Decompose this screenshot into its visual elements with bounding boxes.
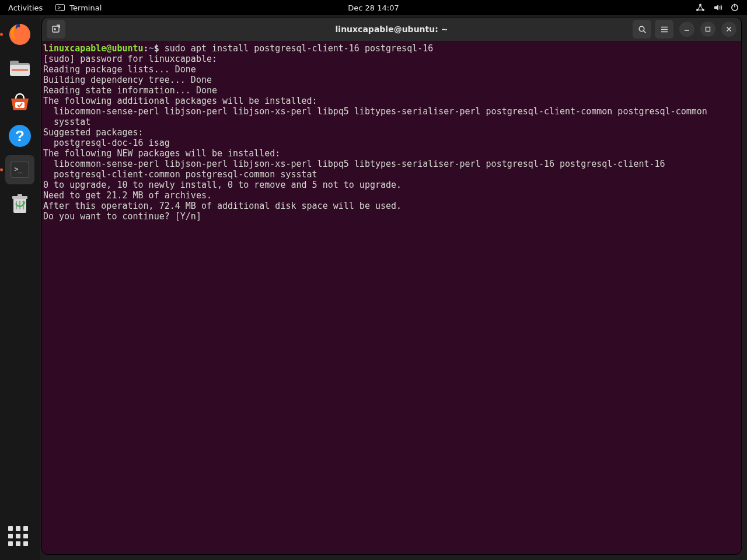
terminal-output[interactable]: linuxcapable@ubuntu:~$ sudo apt install …	[42, 41, 741, 554]
svg-point-19	[639, 26, 644, 31]
prompt-user: linuxcapable@ubuntu	[43, 43, 144, 54]
dock-app-trash[interactable]	[5, 189, 34, 218]
output-lines: [sudo] password for linuxcapable: Readin…	[43, 54, 707, 222]
window-titlebar: linuxcapable@ubuntu: ~	[42, 18, 741, 41]
show-applications-button[interactable]	[8, 526, 32, 550]
activities-button[interactable]: Activities	[8, 4, 43, 12]
dock-app-software[interactable]	[5, 88, 34, 117]
terminal-icon: >_	[55, 4, 65, 11]
terminal-window: linuxcapable@ubuntu: ~ linuxcapable@ubun…	[42, 18, 741, 554]
network-icon[interactable]	[696, 4, 705, 12]
dock-app-terminal[interactable]: >_	[5, 155, 34, 184]
new-tab-button[interactable]	[47, 20, 65, 38]
command-text: sudo apt install postgresql-client-16 po…	[165, 43, 434, 54]
svg-rect-7	[10, 61, 19, 65]
gnome-top-bar: Activities >_ Terminal Dec 28 14:07	[0, 0, 747, 15]
maximize-button[interactable]	[700, 22, 715, 37]
prompt-path: ~	[149, 43, 154, 54]
app-menu[interactable]: >_ Terminal	[55, 4, 102, 12]
svg-rect-4	[734, 4, 735, 8]
search-button[interactable]	[633, 20, 651, 38]
dock-app-files[interactable]	[5, 54, 34, 83]
clock[interactable]: Dec 28 14:07	[348, 4, 399, 12]
svg-rect-20	[706, 27, 710, 32]
prompt-separator: :	[144, 43, 149, 54]
svg-rect-17	[18, 194, 22, 197]
power-icon[interactable]	[731, 4, 739, 12]
hamburger-menu-button[interactable]	[655, 20, 673, 38]
app-menu-label: Terminal	[69, 4, 102, 12]
dock-app-help[interactable]: ?	[5, 121, 34, 150]
ubuntu-dock: ? >_	[0, 15, 40, 560]
close-button[interactable]	[721, 22, 736, 37]
svg-text:>_: >_	[14, 165, 22, 173]
svg-text:?: ?	[15, 127, 25, 145]
prompt-dollar: $	[154, 43, 165, 54]
volume-icon[interactable]	[713, 4, 722, 12]
svg-rect-10	[15, 102, 25, 108]
dock-app-firefox[interactable]	[5, 20, 34, 49]
minimize-button[interactable]	[679, 22, 694, 37]
svg-rect-9	[12, 69, 28, 71]
window-title: linuxcapable@ubuntu: ~	[336, 24, 448, 34]
